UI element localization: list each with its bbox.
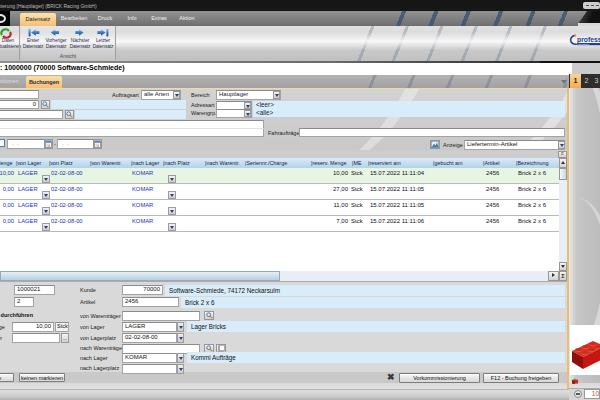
svg-text:international: international xyxy=(578,43,589,45)
